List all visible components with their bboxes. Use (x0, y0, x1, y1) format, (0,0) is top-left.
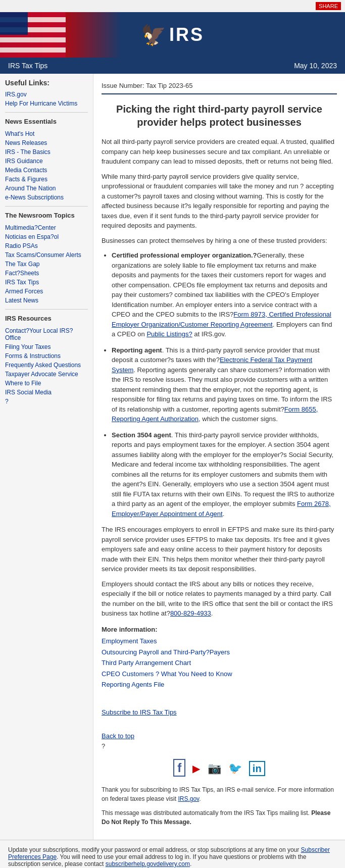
content-wrapper: Useful Links: IRS.gov Help For Hurricane… (0, 74, 345, 840)
sidebar-link-around-nation[interactable]: Around The Nation (5, 184, 88, 193)
hotline-link[interactable]: 800-829-4933 (170, 609, 211, 617)
sidebar-link-hurricane[interactable]: Help For Hurricane Victims (5, 99, 88, 108)
question-mark: ? (102, 741, 337, 751)
sidebar-link-filing-taxes[interactable]: Filing Your Taxes (5, 342, 88, 351)
more-link-reporting-agents[interactable]: Reporting Agents File (102, 680, 337, 690)
irs-resources-title: IRS Resources (5, 315, 88, 323)
irs-logo: 🦅 IRS (141, 23, 204, 47)
sidebar-link-taxpayer-advocate[interactable]: Taxpayer Advocate Service (5, 370, 88, 379)
sidebar-link-radio[interactable]: Radio PSAs (5, 241, 88, 250)
body-para-4: The IRS encourages employers to enroll i… (102, 525, 337, 574)
body-para-3: Businesses can protect themselves by hir… (102, 236, 337, 246)
irs-text: IRS (169, 24, 204, 45)
sidebar-link-latest-news[interactable]: Latest News (5, 296, 88, 305)
article-body: Not all third-party payroll service prov… (102, 137, 337, 827)
useful-links-title: Useful Links: (5, 79, 88, 87)
sidebar-link-media-contacts[interactable]: Media Contacts (5, 166, 88, 175)
twitter-icon[interactable]: 🐦 (228, 762, 242, 775)
back-to-top-section: Back to top (102, 722, 337, 741)
more-info-title: More information: (102, 625, 337, 635)
update-para: Update your subscriptions, modify your p… (8, 846, 337, 867)
sidebar-link-armed-forces[interactable]: Armed Forces (5, 287, 88, 296)
more-link-third-party-chart[interactable]: Third Party Arrangement Chart (102, 658, 337, 668)
sidebar-link-irs-tax-tips[interactable]: IRS Tax Tips (5, 278, 88, 287)
body-para-5: Employers should contact the IRS about a… (102, 579, 337, 619)
sidebar-link-tax-gap[interactable]: The Tax Gap (5, 260, 88, 269)
news-essentials-title: News Essentials (5, 118, 88, 126)
header: 🦅 IRS IRS Tax Tips May 10, 2023 (0, 12, 345, 74)
irs-gov-footer-link[interactable]: IRS.gov (178, 795, 199, 802)
more-link-employment[interactable]: Employment Taxes (102, 636, 337, 646)
eagle-icon: 🦅 (141, 23, 166, 47)
sidebar-link-social-media[interactable]: IRS Social Media (5, 388, 88, 397)
footer-para-2: This message was distributed automatical… (102, 808, 337, 827)
share-button[interactable]: SHARE (316, 2, 341, 10)
bullet-reporting-agent: Reporting agent. This is a third-party p… (112, 345, 337, 424)
sidebar: Useful Links: IRS.gov Help For Hurricane… (0, 74, 93, 840)
share-bar: SHARE (0, 0, 345, 12)
s3504-label: Section 3504 agent (112, 431, 171, 439)
sidebar-link-forms[interactable]: Forms & Instructions (5, 351, 88, 361)
footer-para-1: Thank you for subscribing to IRS Tax Tip… (102, 785, 337, 803)
subscribe-section: Subscribe to IRS Tax Tips (102, 698, 337, 718)
sidebar-link-local-office[interactable]: Contact?Your Local IRS?Office (5, 326, 88, 342)
more-link-cpeo-customers[interactable]: CPEO Customers ? What You Need to Know (102, 669, 337, 679)
more-link-outsourcing[interactable]: Outsourcing Payroll and Third-Party?Paye… (102, 647, 337, 657)
social-icons-section: f ▶ 📷 🐦 in (102, 759, 337, 777)
bullet-section3504: Section 3504 agent. This third-party pay… (112, 430, 337, 519)
main-content: Issue Number: Tax Tip 2023-65 Picking th… (93, 74, 345, 840)
s3504-text1: . This third-party payroll service provi… (112, 431, 334, 508)
cpeo-label: Certified professional employer organiza… (112, 251, 257, 259)
cpeo-text1: Generally, these organizations are solel… (112, 251, 327, 318)
body-para-2: While many third-party payroll service p… (102, 172, 337, 231)
sidebar-link-factsheets[interactable]: Fact?Sheets (5, 269, 88, 278)
facebook-icon[interactable]: f (173, 759, 185, 777)
header-date: May 10, 2023 (294, 62, 337, 70)
sidebar-link-irs-gov[interactable]: IRS.gov (5, 90, 88, 99)
sidebar-link-irs-basics[interactable]: IRS - The Basics (5, 147, 88, 157)
sidebar-link-news-releases[interactable]: News Releases (5, 138, 88, 147)
back-to-top-link[interactable]: Back to top (102, 732, 134, 740)
sidebar-link-whats-hot[interactable]: What's Hot (5, 129, 88, 138)
sidebar-link-multimedia[interactable]: Multimedia?Center (5, 223, 88, 232)
subscribe-link[interactable]: Subscribe to IRS Tax Tips (102, 708, 177, 716)
sidebar-link-enews[interactable]: e-News Subscriptions (5, 193, 88, 202)
bottom-section: Update your subscriptions, modify your p… (0, 840, 345, 868)
bullet-cpeo: Certified professional employer organiza… (112, 250, 337, 339)
sidebar-link-tax-scams[interactable]: Tax Scams/Consumer Alerts (5, 250, 88, 260)
s3504-text2: . (223, 510, 225, 518)
trusted-providers-list: Certified professional employer organiza… (112, 250, 337, 519)
sidebar-link-noticias[interactable]: Noticias en Espa?ol (5, 232, 88, 241)
instagram-icon[interactable]: 📷 (208, 762, 221, 775)
ra-text3: , which the customer signs. (199, 415, 278, 423)
title-bar: IRS Tax Tips May 10, 2023 (0, 58, 345, 74)
sidebar-link-faq[interactable]: Frequently Asked Questions (5, 361, 88, 370)
issue-number: Issue Number: Tax Tip 2023-65 (102, 82, 337, 94)
page-title: IRS Tax Tips (8, 62, 47, 70)
cpeo-text3: at IRS.gov. (192, 330, 226, 338)
more-info-links: Employment Taxes Outsourcing Payroll and… (102, 636, 337, 690)
reporting-agent-label: Reporting agent (112, 346, 162, 354)
linkedin-icon[interactable]: in (249, 761, 265, 776)
youtube-icon[interactable]: ▶ (192, 763, 200, 774)
contact-govdelivery-link[interactable]: subscriberhelp.govdelivery.com (106, 860, 190, 867)
sidebar-link-facts-figures[interactable]: Facts & Figures (5, 175, 88, 184)
sidebar-link-question[interactable]: ? (5, 397, 88, 406)
cpeo-link2[interactable]: Public Listings? (146, 330, 192, 338)
sidebar-link-irs-guidance[interactable]: IRS Guidance (5, 157, 88, 166)
newsroom-topics-title: The Newsroom Topics (5, 212, 88, 220)
body-para-1: Not all third-party payroll service prov… (102, 137, 337, 167)
sidebar-link-where-to-file[interactable]: Where to File (5, 379, 88, 388)
article-title: Picking the right third-party payroll se… (102, 103, 337, 129)
